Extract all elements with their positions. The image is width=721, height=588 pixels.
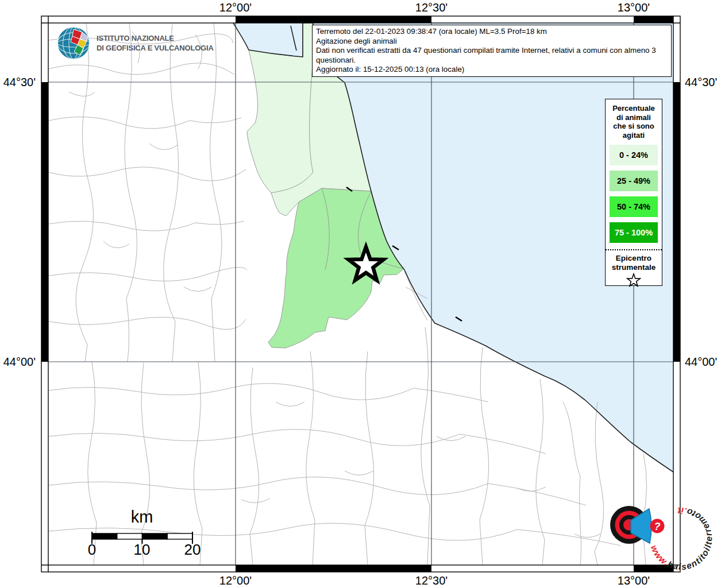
lon-label-bottom-1: 12°30'	[415, 574, 448, 587]
legend-label-75-100: 75 - 100%	[615, 228, 653, 237]
legend-epicenter-line: strumentale	[606, 263, 662, 272]
map-canvas: ? www.haisentitoilterremoto.it	[0, 0, 721, 588]
legend-epicenter-line: Epicentro	[606, 254, 662, 263]
ingv-globe-icon	[57, 26, 91, 60]
map-page: ? www.haisentitoilterremoto.it 12°00' 12…	[0, 0, 721, 588]
legend-label-25-49: 25 - 49%	[617, 176, 650, 185]
lat-label-left-0: 44°30'	[0, 76, 36, 89]
scale-tick-20: 20	[184, 541, 201, 559]
info-line-source: Dati non verificati estratti da 47 quest…	[316, 46, 668, 65]
ingv-name: ISTITUTO NAZIONALE DI GEOFISICA E VULCAN…	[97, 33, 214, 53]
scale-tick-0: 0	[88, 541, 96, 559]
attribution-logo: ? www.haisentitoilterremoto.it	[610, 506, 714, 571]
legend-box: Percentuale di animali che si sono agita…	[605, 99, 662, 286]
lon-label-top-0: 12°00'	[219, 1, 252, 14]
lat-label-left-1: 44°00'	[0, 355, 36, 369]
legend-title-line: che si sono	[606, 122, 662, 131]
lon-label-bottom-0: 12°00'	[219, 574, 252, 587]
lon-label-top-2: 13°00'	[618, 1, 650, 14]
legend-epicenter-label: Epicentro strumentale	[606, 254, 662, 272]
scale-tick-10: 10	[134, 541, 151, 559]
question-mark: ?	[654, 521, 661, 532]
ingv-name-line1: ISTITUTO NAZIONALE	[97, 33, 214, 43]
attribution-text: www.haisentitoilterremoto.it	[649, 506, 714, 571]
legend-title-line: Percentuale	[606, 104, 662, 113]
legend-swatch-0-24: 0 - 24%	[610, 145, 658, 165]
ingv-logo: ISTITUTO NAZIONALE DI GEOFISICA E VULCAN…	[57, 26, 214, 60]
info-line-subject: Agitazione degli animali	[316, 37, 668, 47]
scale-unit-label: km	[131, 508, 153, 527]
lat-label-right-0: 44°30'	[685, 76, 721, 89]
legend-separator	[606, 249, 662, 250]
lon-label-top-1: 12°30'	[415, 1, 448, 14]
legend-star-icon	[626, 273, 641, 287]
legend-title-line: di animali	[606, 113, 662, 122]
lon-label-bottom-2: 13°00'	[618, 574, 650, 587]
ingv-name-line2: DI GEOFISICA E VULCANOLOGIA	[97, 43, 214, 53]
legend-title: Percentuale di animali che si sono agita…	[606, 104, 662, 140]
legend-label-50-74: 50 - 74%	[617, 202, 650, 211]
info-line-updated: Aggiornato il: 15-12-2025 00:13 (ora loc…	[316, 65, 668, 75]
legend-label-0-24: 0 - 24%	[619, 150, 648, 160]
legend-swatch-50-74: 50 - 74%	[610, 196, 658, 217]
legend-swatch-75-100: 75 - 100%	[610, 222, 658, 243]
legend-swatch-25-49: 25 - 49%	[610, 171, 658, 191]
info-box: Terremoto del 22-01-2023 09:38:47 (ora l…	[312, 25, 672, 77]
info-line-event: Terremoto del 22-01-2023 09:38:47 (ora l…	[316, 27, 668, 37]
legend-title-line: agitati	[606, 131, 662, 140]
lat-label-right-1: 44°00'	[685, 355, 721, 369]
